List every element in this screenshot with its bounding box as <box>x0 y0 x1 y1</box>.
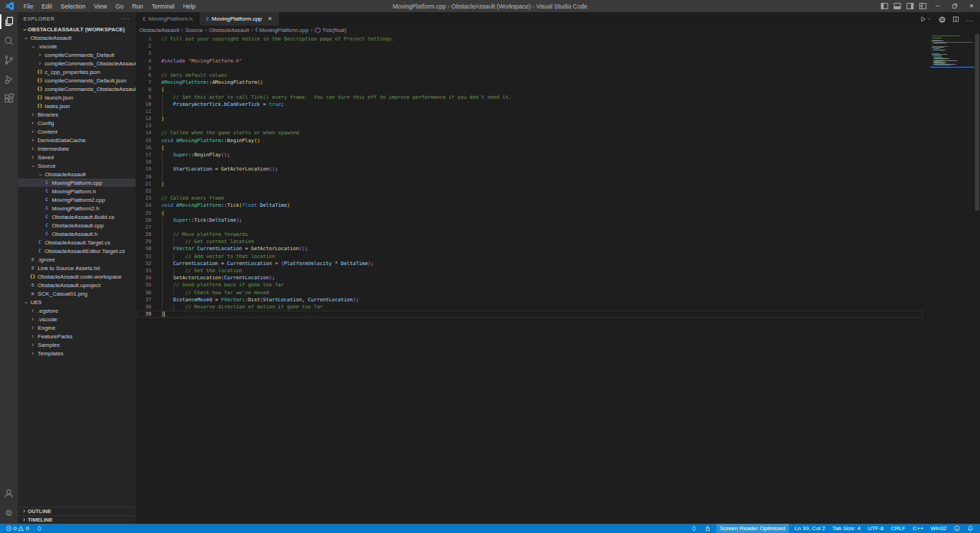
breadcrumb-item[interactable]: ObstacleAssault <box>209 27 249 33</box>
tree-item-movingplatform2.cpp[interactable]: CMovingPlatform2.cpp <box>18 195 136 204</box>
menu-file[interactable]: File <box>19 0 38 12</box>
tree-item-featurepacks[interactable]: ›FeaturePacks <box>18 332 136 340</box>
code-line-6[interactable]: 6// Sets default values <box>136 72 923 79</box>
status-language-mode[interactable]: C++ <box>909 524 927 533</box>
tree-item-obstacleassault.target.cs[interactable]: CObstacleAssault.Target.cs <box>18 238 136 247</box>
tree-item-obstacleassault.h[interactable]: CObstacleAssault.h <box>18 230 136 238</box>
activitybar-explorer[interactable] <box>0 12 18 31</box>
code-line-4[interactable]: 4#include "MovingPlatform.h" <box>136 58 923 65</box>
layout-panel-icon[interactable] <box>891 0 903 12</box>
code-line-28[interactable]: 28 // Move platform forwards <box>136 231 923 238</box>
status-indentation[interactable]: Tab Size: 4 <box>829 524 864 533</box>
code-line-13[interactable]: 13 <box>136 122 923 129</box>
tree-item-templates[interactable]: ›Templates <box>18 349 136 357</box>
status-platform[interactable]: Win32 <box>927 524 950 533</box>
tree-item-tasks.json[interactable]: {}tasks.json <box>18 102 136 110</box>
menu-terminal[interactable]: Terminal <box>148 0 179 12</box>
tree-item-obstacleassault.build.cs[interactable]: CObstacleAssault.Build.cs <box>18 212 136 221</box>
code-line-24[interactable]: 24void AMovingPlatform::Tick(float Delta… <box>136 202 923 209</box>
code-line-9[interactable]: 9 // Set this actor to call Tick() every… <box>136 94 923 101</box>
status-cursor-position[interactable]: Ln 39, Col 2 <box>791 524 829 533</box>
more-actions-icon[interactable]: ··· <box>966 13 974 26</box>
menu-run[interactable]: Run <box>128 0 148 12</box>
code-line-23[interactable]: 23// Called every frame <box>136 195 923 202</box>
status-editor-lock[interactable] <box>701 524 714 533</box>
code-line-32[interactable]: 32 CurrentLocation = CurrentLocation + (… <box>136 260 923 267</box>
tree-item-movingplatform.h[interactable]: CMovingPlatform.h <box>18 187 136 195</box>
tree-item-deriveddatacache[interactable]: ›DerivedDataCache <box>18 136 136 144</box>
breadcrumb-item[interactable]: ObstacleAssault <box>139 27 179 33</box>
section-outline[interactable]: ›OUTLINE <box>18 507 136 515</box>
section-timeline[interactable]: ›TIMELINE <box>18 515 136 524</box>
code-line-36[interactable]: 36 // Check how far we've moved <box>136 289 923 296</box>
minimize-button[interactable]: ─ <box>929 0 946 12</box>
close-icon[interactable]: ✕ <box>268 16 273 22</box>
code-line-1[interactable]: 1// Fill out your copyright notice in th… <box>136 36 923 43</box>
activitybar-search[interactable] <box>0 31 18 50</box>
tab-movingplatform.cpp[interactable]: CMovingPlatform.cpp✕ <box>200 12 279 26</box>
gear-icon[interactable]: ⚙ <box>938 13 946 26</box>
activitybar-extensions[interactable] <box>0 89 18 108</box>
code-line-12[interactable]: 12} <box>136 115 923 122</box>
status-cpp-flame[interactable] <box>687 524 701 533</box>
code-editor[interactable]: 1// Fill out your copyright notice in th… <box>136 34 980 524</box>
tree-item-obstacleassault[interactable]: ›ObstacleAssault <box>18 170 136 178</box>
tree-item-compilecommands_default[interactable]: ›compileCommands_Default <box>18 50 136 59</box>
scrollbar-thumb[interactable] <box>975 34 979 210</box>
code-line-10[interactable]: 10 PrimaryActorTick.bCanEverTick = true; <box>136 101 923 108</box>
tree-item-intermediate[interactable]: ›Intermediate <box>18 144 136 153</box>
tree-item-content[interactable]: ›Content <box>18 127 136 136</box>
code-line-5[interactable]: 5 <box>136 65 923 72</box>
code-line-29[interactable]: 29 // Get current location <box>136 238 923 245</box>
code-line-11[interactable]: 11 <box>136 108 923 115</box>
tree-item-saved[interactable]: ›Saved <box>18 153 136 161</box>
tree-item-compilecommands_obstacleassault[interactable]: ›compileCommands_ObstacleAssault <box>18 59 136 68</box>
breadcrumb-item[interactable]: Tick(float) <box>315 27 347 33</box>
tree-item-samples[interactable]: ›Samples <box>18 340 136 349</box>
breadcrumb-item[interactable]: CMovingPlatform.cpp <box>255 27 308 33</box>
status-notifications[interactable] <box>964 524 977 533</box>
code-line-2[interactable]: 2 <box>136 43 923 50</box>
menu-selection[interactable]: Selection <box>56 0 89 12</box>
code-line-27[interactable]: 27 <box>136 224 923 231</box>
code-line-7[interactable]: 7AMovingPlatform::AMovingPlatform() <box>136 79 923 86</box>
tree-item-compilecommands_obstacleassault.json[interactable]: {}compileCommands_ObstacleAssault.json <box>18 85 136 93</box>
split-editor-icon[interactable] <box>952 16 959 23</box>
tree-item-movingplatform.cpp[interactable]: CMovingPlatform.cpp <box>18 178 136 187</box>
code-line-35[interactable]: 35 // Send platform back if gone too far <box>136 281 923 289</box>
tree-item-obstacleassault.uproject[interactable]: ≡ObstacleAssault.uproject <box>18 281 136 289</box>
tab-movingplatform.h[interactable]: CMovingPlatform.h <box>136 12 200 26</box>
code-line-14[interactable]: 14// Called when the game starts or when… <box>136 129 923 136</box>
tree-item-sck_casual01.png[interactable]: ▣SCK_Casual01.png <box>18 289 136 298</box>
workspace-root[interactable]: › OBSTACLEASSAULT (WORKSPACE) <box>18 25 136 33</box>
status-feedback[interactable] <box>950 524 964 533</box>
tree-item-binaries[interactable]: ›Binaries <box>18 110 136 119</box>
menu-view[interactable]: View <box>89 0 111 12</box>
status-problems[interactable]: 00 <box>2 524 33 533</box>
code-line-19[interactable]: 19 StartLocation = GetActorLocation(); <box>136 166 923 173</box>
tree-item-config[interactable]: ›Config <box>18 119 136 127</box>
code-line-3[interactable]: 3 <box>136 50 923 57</box>
restore-button[interactable] <box>946 0 963 12</box>
activitybar-accounts[interactable] <box>0 484 18 503</box>
breadcrumb-item[interactable]: Source <box>185 27 203 33</box>
tree-item-obstacleassault.cpp[interactable]: CObstacleAssault.cpp <box>18 221 136 230</box>
code-line-20[interactable]: 20 <box>136 173 923 181</box>
activitybar-manage[interactable]: ⚙ <box>0 503 18 522</box>
code-line-15[interactable]: 15void AMovingPlatform::BeginPlay() <box>136 137 923 144</box>
code-line-16[interactable]: 16{ <box>136 144 923 151</box>
code-line-39[interactable]: 39} <box>136 311 923 318</box>
menu-go[interactable]: Go <box>111 0 128 12</box>
code-line-25[interactable]: 25{ <box>136 210 923 217</box>
close-button[interactable]: ✕ <box>963 0 980 12</box>
code-line-8[interactable]: 8{ <box>136 86 923 93</box>
tree-item-compilecommands_default.json[interactable]: {}compileCommands_Default.json <box>18 76 136 85</box>
code-line-31[interactable]: 31 // Add vector to that location <box>136 253 923 260</box>
tree-item-.vscode[interactable]: ›.vscode <box>18 315 136 323</box>
tree-item-engine[interactable]: ›Engine <box>18 323 136 332</box>
tree-item-obstacleassault[interactable]: ›ObstacleAssault <box>18 33 136 42</box>
tree-item-ue5[interactable]: ›UE5 <box>18 298 136 306</box>
code-line-17[interactable]: 17 Super::BeginPlay(); <box>136 151 923 158</box>
code-line-34[interactable]: 34 SetActorLocation(CurrentLocation); <box>136 274 923 281</box>
tree-item-obstacleassaulteditor.target.cs[interactable]: CObstacleAssaultEditor.Target.cs <box>18 247 136 255</box>
